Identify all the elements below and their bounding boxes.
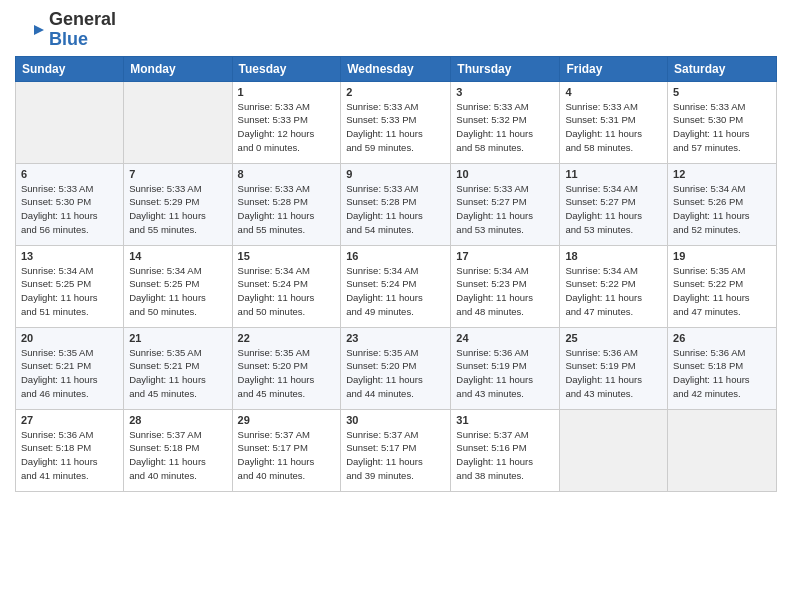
weekday-header: Wednesday [341, 56, 451, 81]
day-info: Sunrise: 5:35 AM Sunset: 5:21 PM Dayligh… [21, 346, 118, 401]
calendar-cell: 26Sunrise: 5:36 AM Sunset: 5:18 PM Dayli… [668, 327, 777, 409]
calendar-cell: 28Sunrise: 5:37 AM Sunset: 5:18 PM Dayli… [124, 409, 232, 491]
calendar-cell: 23Sunrise: 5:35 AM Sunset: 5:20 PM Dayli… [341, 327, 451, 409]
day-number: 25 [565, 332, 662, 344]
day-number: 4 [565, 86, 662, 98]
calendar-cell: 3Sunrise: 5:33 AM Sunset: 5:32 PM Daylig… [451, 81, 560, 163]
calendar-week-row: 13Sunrise: 5:34 AM Sunset: 5:25 PM Dayli… [16, 245, 777, 327]
calendar-cell: 18Sunrise: 5:34 AM Sunset: 5:22 PM Dayli… [560, 245, 668, 327]
day-info: Sunrise: 5:37 AM Sunset: 5:16 PM Dayligh… [456, 428, 554, 483]
day-info: Sunrise: 5:33 AM Sunset: 5:27 PM Dayligh… [456, 182, 554, 237]
day-number: 14 [129, 250, 226, 262]
day-info: Sunrise: 5:33 AM Sunset: 5:30 PM Dayligh… [21, 182, 118, 237]
day-number: 28 [129, 414, 226, 426]
page-container: GeneralBlue SundayMondayTuesdayWednesday… [0, 0, 792, 500]
calendar-week-row: 1Sunrise: 5:33 AM Sunset: 5:33 PM Daylig… [16, 81, 777, 163]
day-number: 30 [346, 414, 445, 426]
day-number: 5 [673, 86, 771, 98]
calendar-cell: 4Sunrise: 5:33 AM Sunset: 5:31 PM Daylig… [560, 81, 668, 163]
day-number: 8 [238, 168, 336, 180]
calendar-cell: 30Sunrise: 5:37 AM Sunset: 5:17 PM Dayli… [341, 409, 451, 491]
day-number: 29 [238, 414, 336, 426]
day-number: 20 [21, 332, 118, 344]
calendar-cell: 17Sunrise: 5:34 AM Sunset: 5:23 PM Dayli… [451, 245, 560, 327]
calendar-cell: 10Sunrise: 5:33 AM Sunset: 5:27 PM Dayli… [451, 163, 560, 245]
calendar-cell: 16Sunrise: 5:34 AM Sunset: 5:24 PM Dayli… [341, 245, 451, 327]
day-info: Sunrise: 5:35 AM Sunset: 5:20 PM Dayligh… [238, 346, 336, 401]
day-info: Sunrise: 5:33 AM Sunset: 5:29 PM Dayligh… [129, 182, 226, 237]
day-info: Sunrise: 5:36 AM Sunset: 5:18 PM Dayligh… [21, 428, 118, 483]
day-number: 6 [21, 168, 118, 180]
day-info: Sunrise: 5:34 AM Sunset: 5:26 PM Dayligh… [673, 182, 771, 237]
day-info: Sunrise: 5:34 AM Sunset: 5:23 PM Dayligh… [456, 264, 554, 319]
day-number: 21 [129, 332, 226, 344]
day-info: Sunrise: 5:33 AM Sunset: 5:28 PM Dayligh… [346, 182, 445, 237]
day-info: Sunrise: 5:37 AM Sunset: 5:17 PM Dayligh… [346, 428, 445, 483]
day-info: Sunrise: 5:33 AM Sunset: 5:32 PM Dayligh… [456, 100, 554, 155]
day-number: 10 [456, 168, 554, 180]
day-number: 11 [565, 168, 662, 180]
weekday-header: Tuesday [232, 56, 341, 81]
day-number: 17 [456, 250, 554, 262]
calendar-week-row: 20Sunrise: 5:35 AM Sunset: 5:21 PM Dayli… [16, 327, 777, 409]
day-number: 3 [456, 86, 554, 98]
day-info: Sunrise: 5:36 AM Sunset: 5:18 PM Dayligh… [673, 346, 771, 401]
day-info: Sunrise: 5:37 AM Sunset: 5:17 PM Dayligh… [238, 428, 336, 483]
weekday-header: Monday [124, 56, 232, 81]
day-info: Sunrise: 5:36 AM Sunset: 5:19 PM Dayligh… [456, 346, 554, 401]
calendar-week-row: 6Sunrise: 5:33 AM Sunset: 5:30 PM Daylig… [16, 163, 777, 245]
weekday-header-row: SundayMondayTuesdayWednesdayThursdayFrid… [16, 56, 777, 81]
calendar-cell: 24Sunrise: 5:36 AM Sunset: 5:19 PM Dayli… [451, 327, 560, 409]
day-info: Sunrise: 5:33 AM Sunset: 5:30 PM Dayligh… [673, 100, 771, 155]
calendar-cell: 29Sunrise: 5:37 AM Sunset: 5:17 PM Dayli… [232, 409, 341, 491]
day-number: 31 [456, 414, 554, 426]
calendar-cell: 15Sunrise: 5:34 AM Sunset: 5:24 PM Dayli… [232, 245, 341, 327]
calendar-cell: 11Sunrise: 5:34 AM Sunset: 5:27 PM Dayli… [560, 163, 668, 245]
header: GeneralBlue [15, 10, 777, 50]
calendar-cell: 5Sunrise: 5:33 AM Sunset: 5:30 PM Daylig… [668, 81, 777, 163]
calendar-cell: 1Sunrise: 5:33 AM Sunset: 5:33 PM Daylig… [232, 81, 341, 163]
weekday-header: Sunday [16, 56, 124, 81]
calendar-cell [668, 409, 777, 491]
calendar-week-row: 27Sunrise: 5:36 AM Sunset: 5:18 PM Dayli… [16, 409, 777, 491]
calendar-cell: 19Sunrise: 5:35 AM Sunset: 5:22 PM Dayli… [668, 245, 777, 327]
day-number: 19 [673, 250, 771, 262]
day-number: 2 [346, 86, 445, 98]
day-info: Sunrise: 5:36 AM Sunset: 5:19 PM Dayligh… [565, 346, 662, 401]
calendar-cell: 20Sunrise: 5:35 AM Sunset: 5:21 PM Dayli… [16, 327, 124, 409]
day-info: Sunrise: 5:34 AM Sunset: 5:24 PM Dayligh… [238, 264, 336, 319]
calendar-cell: 9Sunrise: 5:33 AM Sunset: 5:28 PM Daylig… [341, 163, 451, 245]
day-info: Sunrise: 5:33 AM Sunset: 5:33 PM Dayligh… [238, 100, 336, 155]
calendar-table: SundayMondayTuesdayWednesdayThursdayFrid… [15, 56, 777, 492]
calendar-cell: 6Sunrise: 5:33 AM Sunset: 5:30 PM Daylig… [16, 163, 124, 245]
day-number: 27 [21, 414, 118, 426]
day-info: Sunrise: 5:35 AM Sunset: 5:21 PM Dayligh… [129, 346, 226, 401]
weekday-header: Friday [560, 56, 668, 81]
day-info: Sunrise: 5:34 AM Sunset: 5:24 PM Dayligh… [346, 264, 445, 319]
day-number: 13 [21, 250, 118, 262]
day-number: 16 [346, 250, 445, 262]
calendar-cell: 12Sunrise: 5:34 AM Sunset: 5:26 PM Dayli… [668, 163, 777, 245]
day-info: Sunrise: 5:33 AM Sunset: 5:33 PM Dayligh… [346, 100, 445, 155]
calendar-cell: 14Sunrise: 5:34 AM Sunset: 5:25 PM Dayli… [124, 245, 232, 327]
day-number: 15 [238, 250, 336, 262]
calendar-cell: 31Sunrise: 5:37 AM Sunset: 5:16 PM Dayli… [451, 409, 560, 491]
day-number: 1 [238, 86, 336, 98]
day-number: 26 [673, 332, 771, 344]
day-number: 7 [129, 168, 226, 180]
day-info: Sunrise: 5:35 AM Sunset: 5:22 PM Dayligh… [673, 264, 771, 319]
day-number: 9 [346, 168, 445, 180]
day-number: 22 [238, 332, 336, 344]
day-info: Sunrise: 5:34 AM Sunset: 5:25 PM Dayligh… [129, 264, 226, 319]
day-info: Sunrise: 5:34 AM Sunset: 5:25 PM Dayligh… [21, 264, 118, 319]
logo-icon [15, 14, 45, 46]
day-number: 12 [673, 168, 771, 180]
day-number: 18 [565, 250, 662, 262]
logo-blue-text: Blue [49, 30, 116, 50]
weekday-header: Thursday [451, 56, 560, 81]
day-info: Sunrise: 5:34 AM Sunset: 5:27 PM Dayligh… [565, 182, 662, 237]
calendar-cell [124, 81, 232, 163]
calendar-cell [560, 409, 668, 491]
day-number: 23 [346, 332, 445, 344]
calendar-cell: 13Sunrise: 5:34 AM Sunset: 5:25 PM Dayli… [16, 245, 124, 327]
